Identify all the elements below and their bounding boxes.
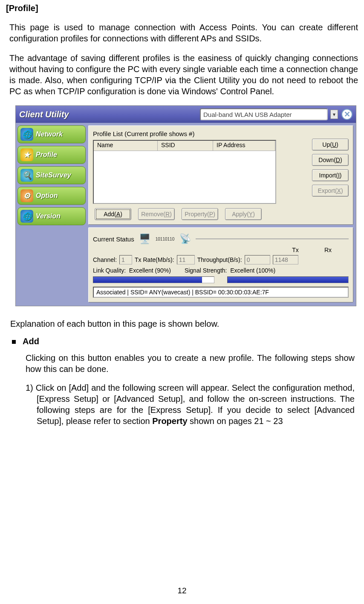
- sidebar-label: Option: [36, 192, 58, 200]
- link-quality-value: Excellent (90%): [129, 267, 171, 274]
- link-quality-bar: [93, 276, 214, 283]
- sidebar-label: Version: [36, 212, 61, 220]
- step-1: 1) Click on [Add] and the following scre…: [26, 382, 355, 427]
- throughput-rx-value: 1148: [273, 255, 298, 264]
- utility-screenshot: Client Utility Dual-band WLAN USB Adapte…: [15, 105, 358, 306]
- sidebar-item-network[interactable]: 🌐 Network: [17, 125, 86, 143]
- throughput-tx-value: 0: [245, 255, 270, 264]
- add-description: Clicking on this button enables you to c…: [26, 352, 355, 375]
- sidebar-label: Network: [36, 131, 63, 138]
- sidebar-label: Profile: [36, 151, 57, 159]
- search-icon: 🔍: [20, 169, 33, 182]
- close-icon[interactable]: ✕: [341, 109, 352, 120]
- app-title: Client Utility: [19, 110, 69, 119]
- antenna-icon: 📡: [177, 232, 193, 246]
- txrate-value: 11: [177, 255, 195, 264]
- property-button[interactable]: Property(P): [182, 208, 218, 220]
- add-button[interactable]: Add(A): [95, 208, 131, 220]
- gear-icon: ⚙: [20, 189, 33, 202]
- signal-strength-bar: [227, 276, 349, 283]
- throughput-label: Throughput(B/s):: [197, 256, 242, 263]
- signal-strength-label: Signal Strength:: [185, 267, 227, 274]
- down-button[interactable]: Down(D): [312, 154, 349, 166]
- page-number: 12: [0, 586, 364, 595]
- explanation-intro: Explanation of each button in this page …: [10, 319, 355, 329]
- globe-icon: 🌐: [20, 210, 33, 223]
- sidebar-item-sitesurvey[interactable]: 🔍 SiteSurvey: [17, 166, 86, 184]
- profile-list-grid[interactable]: Name SSID IP Address: [93, 140, 276, 204]
- col-name[interactable]: Name: [94, 141, 158, 151]
- signal-strength-value: Excellent (100%): [230, 267, 275, 274]
- star-icon: ★: [20, 148, 33, 161]
- remove-button[interactable]: Remove(R): [138, 208, 175, 220]
- computer-icon: 🖥️: [137, 232, 153, 246]
- intro-para-2: The advantage of saving different profil…: [9, 52, 358, 97]
- profile-list-label: Profile List (Current profile shows #): [93, 130, 349, 137]
- section-title: [Profile]: [6, 3, 358, 13]
- txrate-label: Tx Rate(Mb/s):: [135, 256, 174, 263]
- binary-text: 10110110: [156, 237, 175, 241]
- export-button[interactable]: Export(X): [312, 185, 349, 197]
- sidebar-label: SiteSurvey: [36, 171, 71, 179]
- col-ip[interactable]: IP Address: [213, 141, 275, 151]
- sidebar-item-option[interactable]: ⚙ Option: [17, 187, 86, 205]
- rx-label: Rx: [324, 247, 332, 253]
- apply-button[interactable]: Apply(Y): [225, 208, 262, 220]
- status-legend-label: Current Status: [93, 235, 134, 243]
- tx-label: Tx: [292, 247, 299, 253]
- col-ssid[interactable]: SSID: [158, 141, 213, 151]
- sidebar-item-profile[interactable]: ★ Profile: [17, 146, 86, 164]
- dropdown-arrow-icon[interactable]: ▼: [330, 110, 338, 119]
- adapter-dropdown[interactable]: Dual-band WLAN USB Adapter: [200, 108, 328, 120]
- intro-para-1: This page is used to manage connection w…: [9, 22, 358, 44]
- divider: [196, 238, 349, 239]
- association-status: Associated | SSID= ANY(wavecast) | BSSID…: [93, 287, 349, 298]
- channel-label: Channel:: [93, 256, 117, 263]
- titlebar: Client Utility Dual-band WLAN USB Adapte…: [16, 106, 356, 123]
- profile-list-panel: Profile List (Current profile shows #) N…: [88, 125, 353, 225]
- channel-value: 1: [119, 255, 132, 264]
- adapter-value: Dual-band WLAN USB Adapter: [203, 111, 292, 118]
- bullet-icon: [12, 340, 16, 344]
- status-panel: Current Status 🖥️ 10110110 📡 Tx Rx Chann…: [88, 227, 353, 302]
- sidebar-item-version[interactable]: 🌐 Version: [17, 207, 86, 225]
- import-button[interactable]: Import(I): [312, 169, 349, 181]
- globe-icon: 🌐: [20, 128, 33, 141]
- grid-header: Name SSID IP Address: [94, 141, 275, 151]
- link-quality-label: Link Quality:: [93, 267, 126, 274]
- add-heading: Add: [23, 337, 39, 346]
- up-button[interactable]: Up(U): [312, 139, 349, 151]
- sidebar: 🌐 Network ★ Profile 🔍 SiteSurvey ⚙ Optio…: [17, 125, 86, 302]
